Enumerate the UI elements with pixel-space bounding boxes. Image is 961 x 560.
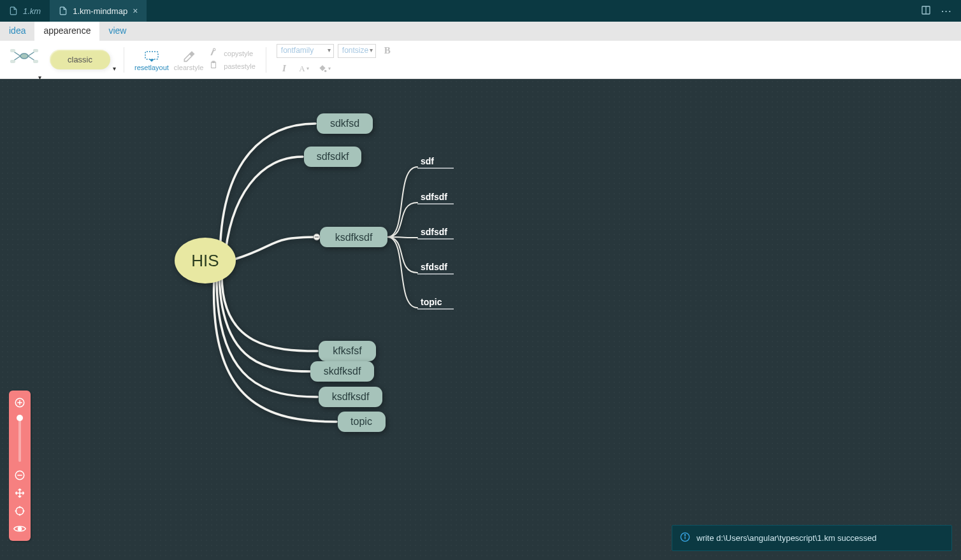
tab-label: 1.km: [23, 6, 41, 16]
child-node-2[interactable]: ksdfksdf: [314, 227, 387, 247]
menu-idea[interactable]: idea: [0, 22, 34, 41]
status-toast: write d:\Users\angular\typescript\1.km s…: [672, 525, 952, 551]
zoom-out-button[interactable]: [13, 468, 27, 482]
child-node-text: ksdfksdf: [335, 232, 373, 243]
svg-rect-7: [10, 49, 15, 52]
clear-style-button[interactable]: clearstyle: [174, 48, 203, 71]
italic-button[interactable]: I: [277, 62, 292, 76]
root-node-text: HIS: [191, 251, 219, 270]
close-icon[interactable]: ×: [133, 6, 138, 16]
zoom-in-button[interactable]: [13, 396, 27, 410]
bold-button[interactable]: B: [380, 44, 395, 58]
svg-rect-11: [145, 52, 158, 59]
svg-point-12: [213, 48, 216, 51]
child-node-5[interactable]: ksdfksdf: [319, 387, 382, 407]
file-icon: [9, 6, 18, 15]
svg-rect-9: [33, 49, 38, 52]
root-node[interactable]: HIS: [175, 238, 236, 284]
reset-layout-icon: [144, 48, 159, 64]
tab-label: 1.km-mindmap: [73, 6, 127, 16]
child-node-0[interactable]: sdkfsd: [317, 113, 373, 134]
child-node-6[interactable]: topic: [338, 412, 386, 432]
paste-style-icon: [208, 61, 219, 72]
child-node-text: skdfksdf: [324, 366, 361, 377]
font-family-select[interactable]: fontfamily: [277, 44, 334, 58]
info-icon: [680, 532, 690, 544]
menu-view[interactable]: view: [99, 22, 135, 41]
leaf-node-3[interactable]: sfdsdf: [417, 262, 454, 274]
child-node-text: kfksfsf: [333, 345, 362, 356]
svg-point-35: [16, 507, 24, 515]
preview-button[interactable]: [13, 522, 27, 536]
child-node-text: topic: [350, 416, 372, 427]
svg-point-43: [684, 535, 685, 535]
menu-bar: idea appearence view: [0, 22, 961, 41]
svg-rect-8: [10, 60, 15, 63]
tab-1km-mindmap[interactable]: 1.km-mindmap ×: [50, 0, 147, 22]
svg-point-40: [18, 528, 22, 531]
child-node-3[interactable]: kfksfsf: [319, 341, 376, 361]
reset-layout-button[interactable]: resetlayout: [134, 48, 169, 71]
svg-point-15: [324, 69, 327, 72]
leaf-text: topic: [421, 297, 442, 307]
reset-layout-label: resetlayout: [134, 64, 169, 71]
zoom-dock: [9, 391, 31, 541]
leaf-text: sdfsdf: [421, 192, 447, 202]
status-message: write d:\Users\angular\typescript\1.km s…: [697, 533, 877, 543]
separator: [266, 47, 266, 73]
svg-rect-14: [213, 61, 215, 62]
paste-style-button[interactable]: pastestyle: [224, 62, 256, 70]
font-size-select[interactable]: fontsize: [338, 44, 376, 58]
separator: [124, 47, 124, 73]
mindmap-canvas[interactable]: HIS sdkfsd sdfsdkf ksdfksdf kfksfsf skdf…: [0, 79, 961, 560]
leaf-node-0[interactable]: sdf: [417, 156, 454, 168]
locate-button[interactable]: [13, 504, 27, 518]
zoom-slider[interactable]: [18, 415, 21, 462]
child-node-1[interactable]: sdfsdkf: [304, 147, 361, 167]
leaf-text: sdfsdf: [421, 227, 447, 237]
copy-style-button[interactable]: copystyle: [224, 50, 253, 57]
leaf-text: sdf: [421, 156, 434, 166]
file-icon: [59, 6, 68, 15]
child-node-text: sdfsdkf: [317, 151, 349, 162]
pan-button[interactable]: [13, 486, 27, 500]
child-node-text: sdkfsd: [330, 118, 359, 129]
clear-style-icon: [182, 48, 195, 64]
tabbar-actions: ···: [921, 0, 961, 22]
font-color-button[interactable]: A: [296, 62, 312, 76]
zoom-slider-thumb[interactable]: [17, 415, 23, 421]
child-node-text: ksdfksdf: [332, 391, 370, 402]
menu-appearence[interactable]: appearence: [34, 22, 99, 41]
classic-theme-button[interactable]: classic: [50, 50, 110, 69]
svg-point-2: [20, 54, 28, 59]
leaf-node-4[interactable]: topic: [417, 297, 454, 309]
clear-style-label: clearstyle: [174, 64, 203, 71]
leaf-node-1[interactable]: sdfsdf: [417, 192, 454, 204]
child-node-4[interactable]: skdfksdf: [310, 361, 374, 382]
leaf-text: sfdsdf: [421, 262, 447, 272]
leaf-node-2[interactable]: sdfsdf: [417, 227, 454, 239]
tab-bar: 1.km 1.km-mindmap × ···: [0, 0, 961, 22]
copy-style-icon: [208, 48, 219, 59]
more-icon[interactable]: ···: [941, 6, 952, 16]
split-editor-icon[interactable]: [921, 5, 931, 17]
svg-rect-10: [33, 60, 38, 63]
theme-layout-icon[interactable]: [6, 47, 42, 73]
tab-1km[interactable]: 1.km: [0, 0, 50, 22]
background-color-button[interactable]: [316, 62, 333, 76]
toolbar: classic resetlayout clearstyle: [0, 41, 961, 79]
